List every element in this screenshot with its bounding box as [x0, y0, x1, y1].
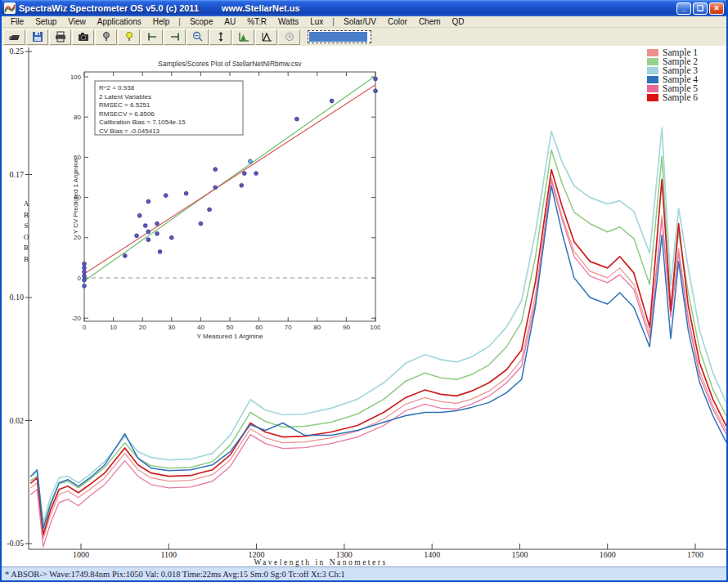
- menu-item-applications[interactable]: Applications: [92, 17, 147, 26]
- legend-swatch: [647, 85, 658, 92]
- svg-text:50: 50: [227, 324, 234, 331]
- menu-item-qd[interactable]: QD: [447, 17, 470, 26]
- inset-scores-plot[interactable]: Samples/Scores Plot of StellarNetNIRbmw.…: [71, 56, 380, 343]
- menu-item-lux[interactable]: Lux: [304, 17, 329, 26]
- acquisition-progress-bar: [308, 30, 371, 43]
- status-bar: * ABSOR-> Wave:1749.84nm Pix:1050 Val: 0…: [2, 566, 726, 580]
- autoscale-icon[interactable]: [209, 29, 231, 45]
- legend-label: Sample 6: [663, 93, 698, 102]
- zoom-out-icon[interactable]: [186, 29, 209, 45]
- app-logo-icon: [4, 2, 16, 14]
- svg-text:CV Bias = -0.045413: CV Bias = -0.045413: [99, 128, 160, 135]
- minimize-button[interactable]: _: [676, 2, 691, 15]
- svg-text:80: 80: [74, 114, 81, 121]
- chart-area: 0.250.170.100.02-0.05ABSORB1000110012001…: [2, 46, 726, 568]
- legend-entry: Sample 6: [647, 93, 698, 102]
- camera-icon[interactable]: [72, 29, 94, 45]
- range-left-icon[interactable]: [141, 29, 163, 45]
- window-title: SpectraWiz Spectrometer OS v5.0 (c) 2011: [19, 3, 199, 13]
- svg-text:20: 20: [139, 324, 146, 331]
- svg-text:1600: 1600: [600, 550, 616, 559]
- menu-item-au[interactable]: AU: [218, 17, 241, 26]
- svg-text:60: 60: [255, 324, 263, 331]
- menu-item-chem[interactable]: Chem: [413, 17, 447, 26]
- svg-text:0.25: 0.25: [10, 47, 25, 56]
- legend-swatch: [647, 76, 658, 83]
- svg-text:90: 90: [343, 324, 350, 331]
- svg-text:RMSEC = 6.5251: RMSEC = 6.5251: [99, 101, 151, 109]
- legend-swatch: [647, 94, 658, 101]
- status-text: * ABSOR-> Wave:1749.84nm Pix:1050 Val: 0…: [5, 570, 345, 579]
- range-right-icon[interactable]: [164, 29, 186, 45]
- svg-text:-0.05: -0.05: [7, 539, 24, 548]
- clock-icon[interactable]: [278, 29, 300, 45]
- print-icon[interactable]: [49, 29, 71, 45]
- svg-text:1400: 1400: [424, 550, 440, 559]
- toolbar: [2, 28, 726, 46]
- menu-item-solar-uv[interactable]: Solar/UV: [338, 17, 382, 26]
- svg-text:0.10: 0.10: [10, 293, 25, 302]
- svg-text:0.17: 0.17: [10, 170, 25, 179]
- legend-swatch: [647, 67, 658, 74]
- menu-item--t-r[interactable]: %T:R: [241, 17, 272, 26]
- peak-view-icon[interactable]: [255, 29, 277, 45]
- svg-text:Calibration Bias = 7.1054e-15: Calibration Bias = 7.1054e-15: [99, 119, 186, 126]
- svg-text:0.02: 0.02: [10, 416, 25, 425]
- svg-text:100: 100: [71, 74, 82, 81]
- svg-text:0: 0: [78, 275, 82, 282]
- window-title-url: www.StellarNet.us: [222, 3, 300, 13]
- menu-item-scope[interactable]: Scope: [184, 17, 218, 26]
- restore-button[interactable]: ❏: [693, 2, 708, 15]
- svg-text:40: 40: [197, 324, 204, 331]
- menu-bar: FileSetupViewApplicationsHelp|ScopeAU%T:…: [2, 16, 726, 28]
- spectrum-view-icon[interactable]: [232, 29, 254, 45]
- menu-item-help[interactable]: Help: [147, 17, 176, 26]
- svg-text:30: 30: [168, 324, 175, 331]
- svg-text:0: 0: [83, 324, 87, 331]
- menu-item-watts[interactable]: Watts: [272, 17, 304, 26]
- menu-item-file[interactable]: File: [5, 17, 29, 26]
- svg-text:RMSECV = 6.8506: RMSECV = 6.8506: [99, 110, 155, 118]
- svg-text:Samples/Scores Plot of Stellar: Samples/Scores Plot of StellarNetNIRbmw.…: [158, 60, 302, 68]
- menu-item-setup[interactable]: Setup: [29, 17, 62, 26]
- svg-text:B: B: [24, 211, 29, 219]
- menu-item-color[interactable]: Color: [382, 17, 413, 26]
- close-button[interactable]: ✕: [709, 2, 724, 15]
- progress-fill: [309, 32, 367, 42]
- lamp-on-icon[interactable]: [118, 29, 140, 45]
- svg-text:1500: 1500: [511, 550, 528, 559]
- open-file-icon[interactable]: [3, 29, 25, 45]
- svg-text:10: 10: [110, 324, 117, 331]
- svg-text:Wavelength in Nanometers: Wavelength in Nanometers: [254, 558, 387, 566]
- legend-swatch: [647, 58, 658, 65]
- legend: Sample 1Sample 2Sample 3Sample 4Sample 5…: [647, 48, 698, 102]
- legend-swatch: [647, 49, 658, 56]
- svg-text:A: A: [24, 199, 29, 208]
- spectrawiz-window: SpectraWiz Spectrometer OS v5.0 (c) 2011…: [0, 0, 728, 582]
- menu-separator: |: [175, 17, 184, 26]
- svg-text:S: S: [24, 222, 28, 230]
- menu-separator: |: [329, 17, 338, 26]
- svg-text:80: 80: [313, 324, 321, 331]
- svg-text:B: B: [24, 255, 29, 263]
- menu-item-view[interactable]: View: [62, 17, 92, 26]
- svg-text:Y CV Predicted 1 Arginine: Y CV Predicted 1 Arginine: [72, 158, 79, 234]
- svg-text:70: 70: [285, 324, 292, 331]
- svg-text:1000: 1000: [73, 550, 89, 559]
- svg-text:2 Latent Variables: 2 Latent Variables: [99, 93, 151, 101]
- svg-text:-20: -20: [71, 315, 81, 322]
- svg-text:1700: 1700: [687, 550, 703, 559]
- svg-text:20: 20: [74, 234, 81, 241]
- save-icon[interactable]: [26, 29, 48, 45]
- svg-text:R: R: [24, 244, 29, 252]
- lamp-off-icon[interactable]: [95, 29, 117, 45]
- svg-text:Y Measured 1 Arginine: Y Measured 1 Arginine: [197, 333, 263, 340]
- svg-text:100: 100: [370, 324, 380, 331]
- title-bar: SpectraWiz Spectrometer OS v5.0 (c) 2011…: [2, 0, 726, 16]
- svg-text:O: O: [24, 233, 29, 241]
- svg-text:R^2 = 0.938: R^2 = 0.938: [99, 84, 135, 92]
- svg-text:1100: 1100: [160, 550, 177, 559]
